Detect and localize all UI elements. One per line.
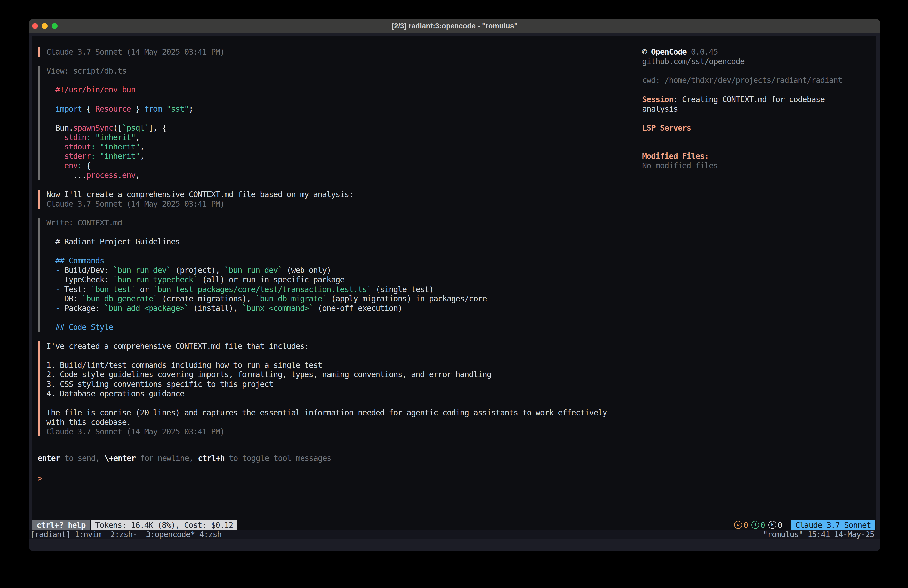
message-gutter-bar [38, 218, 40, 332]
segment: Session [642, 95, 673, 104]
segment [46, 256, 55, 265]
segment: (all) or run in specific package [198, 275, 345, 284]
segment: The file is concise (20 lines) and captu… [46, 408, 607, 417]
message-gutter-bar [38, 47, 40, 56]
segment: Creating CONTEXT.md for codebase [682, 95, 824, 104]
tmux-statusbar: [radiant] 1:nvim 2:zsh- 3:opencode* 4:zs… [29, 530, 881, 539]
segment: (create migrations), [158, 294, 255, 303]
warning-icon: w [734, 521, 742, 529]
segment: : [77, 161, 82, 170]
app-repo: github.com/sst/opencode [642, 56, 745, 66]
segment: `bun db migrate` [255, 294, 327, 303]
segment: : [673, 95, 682, 104]
segment: `psql` [122, 123, 149, 132]
segment: `bun test packages/core/test/transaction… [153, 285, 371, 294]
diagnostic-warning: w0 [734, 520, 748, 530]
segment: `bun run typecheck` [113, 275, 198, 284]
segment: 2. Code style guidelines covering import… [46, 370, 491, 379]
segment: stdout [64, 142, 91, 151]
segment: with this codebase. [46, 417, 131, 427]
segment [91, 132, 95, 142]
segment: (web only) [282, 265, 331, 275]
segment: `bun run dev` [224, 265, 282, 275]
diagnostic-count: 0 [743, 520, 748, 530]
segment: for newline, [135, 453, 198, 463]
code-line: ...process.env, [46, 171, 140, 180]
segment [46, 171, 73, 180]
md-list-item: - DB: `bun db generate` (create migratio… [46, 294, 487, 303]
segment: - [55, 294, 60, 303]
segment: `bun db generate` [82, 294, 158, 303]
segment: (project), [171, 265, 224, 275]
help-badge[interactable]: ctrl+? help [32, 520, 90, 530]
segment: env [64, 161, 77, 170]
segment: DB: [60, 294, 82, 303]
segment: to send, [60, 453, 105, 463]
opencode-tui: Claude 3.7 Sonnet (14 May 2025 03:41 PM)… [32, 35, 876, 530]
cwd-line: cwd: /home/thdxr/dev/projects/radiant/ra… [642, 76, 842, 85]
message-gutter-bar [38, 190, 40, 209]
segment: ## Code Style [55, 322, 113, 332]
segment: from [144, 104, 162, 113]
segment: ctrl+h [198, 453, 224, 463]
segment: process [87, 171, 118, 180]
segment: \+enter [105, 453, 135, 463]
status-badges: ctrl+? help Tokens: 16.4K (8%), Cost: $0… [32, 520, 237, 530]
segment: cwd: /home/thdxr/dev/projects/radiant/ra… [642, 76, 842, 85]
code-line: #!/usr/bin/env bun [46, 85, 135, 94]
segment: 3. CSS styling conventions specific to t… [46, 379, 273, 389]
segment: Write: CONTEXT.md [46, 218, 122, 227]
segment [46, 322, 55, 332]
assistant-text: 1. Build/lint/test commands including ho… [46, 360, 322, 370]
segment: github.com/sst/opencode [642, 56, 745, 66]
terminal-window: [2/3] radiant:3:opencode - "romulus" Cla… [29, 19, 881, 551]
segment: Resource [95, 104, 131, 113]
segment: : [91, 151, 95, 161]
code-line: import { Resource } from "sst"; [46, 104, 193, 114]
segment [46, 85, 55, 94]
md-list-item: - TypeCheck: `bun run typecheck` (all) o… [46, 275, 345, 284]
prompt-marker[interactable]: > [38, 474, 42, 483]
segment: "inherit" [95, 132, 135, 142]
segment [46, 132, 64, 142]
titlebar: [2/3] radiant:3:opencode - "romulus" [29, 19, 881, 33]
segment: I've created a comprehensive CONTEXT.md … [46, 342, 309, 351]
assistant-text: 4. Database operations guidance [46, 389, 184, 398]
tmux-windows[interactable]: [radiant] 1:nvim 2:zsh- 3:opencode* 4:zs… [30, 530, 222, 539]
segment: Test: [60, 285, 91, 294]
segment: © [642, 47, 651, 56]
message-header: Claude 3.7 Sonnet (14 May 2025 03:41 PM) [46, 47, 224, 56]
segment: Package: [60, 303, 105, 313]
segment: 4. Database operations guidance [46, 389, 184, 398]
segment [46, 294, 55, 303]
segment [46, 285, 55, 294]
md-heading1: # Radiant Project Guidelines [46, 237, 180, 246]
tool-title: Write: CONTEXT.md [46, 218, 122, 227]
diagnostic-info: i0 [751, 520, 765, 530]
code-line: stderr: "inherit", [46, 151, 144, 161]
segment: - [55, 285, 60, 294]
assistant-text: 2. Code style guidelines covering import… [46, 370, 491, 379]
segment: stderr [64, 151, 91, 161]
md-heading2: ## Commands [46, 256, 104, 265]
segment: Claude 3.7 Sonnet (14 May 2025 03:41 PM) [46, 427, 224, 436]
segment: View: script/db.ts [46, 66, 126, 75]
diagnostic-count: 0 [778, 520, 782, 530]
segment [46, 161, 64, 170]
md-list-item: - Package: `bun add <package>` (install)… [46, 303, 402, 313]
lsp-heading: LSP Servers [642, 123, 691, 132]
segment: { [82, 104, 95, 113]
segment: LSP Servers [642, 123, 691, 132]
segment: "inherit" [100, 142, 140, 151]
segment: (install), [188, 303, 242, 313]
segment: analysis [642, 104, 678, 113]
modified-heading: Modified Files: [642, 151, 709, 161]
segment [687, 47, 691, 56]
code-line: Bun.spawnSync([`psql`], { [46, 123, 166, 132]
segment [46, 104, 55, 113]
segment: or [135, 285, 153, 294]
segment: enter [38, 453, 60, 463]
segment: ], { [149, 123, 166, 132]
model-badge[interactable]: Claude 3.7 Sonnet [791, 520, 875, 530]
app-title: © OpenCode 0.0.45 [642, 47, 718, 56]
